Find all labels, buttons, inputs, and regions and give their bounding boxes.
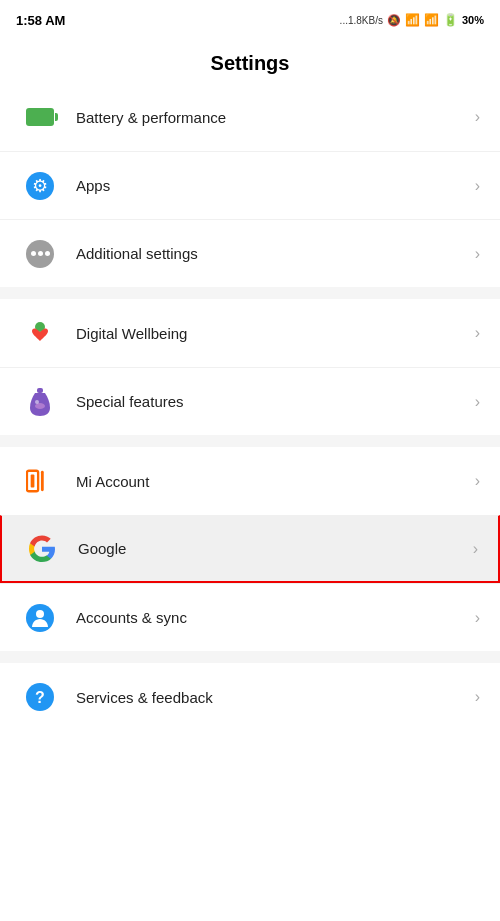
chevron-icon-apps: › [475, 177, 480, 195]
mute-icon: 🔕 [387, 14, 401, 27]
chevron-icon-wellbeing: › [475, 324, 480, 342]
accounts-sync-label: Accounts & sync [76, 609, 475, 626]
divider-1 [0, 287, 500, 299]
svg-point-8 [36, 610, 44, 618]
status-bar: 1:58 AM ...1.8KB/s 🔕 📶 📶 🔋 30% [0, 0, 500, 36]
svg-point-3 [35, 400, 39, 404]
battery-level: 🔋 [443, 13, 458, 27]
battery-percent: 30% [462, 14, 484, 26]
status-time: 1:58 AM [16, 13, 65, 28]
settings-list: Battery & performance › Apps › Additiona… [0, 83, 500, 731]
wifi-icon: 📶 [424, 13, 439, 27]
chevron-icon-mi: › [475, 472, 480, 490]
chevron-icon-additional: › [475, 245, 480, 263]
battery-label: Battery & performance [76, 109, 475, 126]
google-icon [22, 529, 62, 569]
additional-settings-icon [20, 234, 60, 274]
sidebar-item-accounts-sync[interactable]: Accounts & sync › [0, 583, 500, 651]
chevron-icon-battery: › [475, 108, 480, 126]
svg-rect-1 [37, 388, 43, 393]
special-features-label: Special features [76, 393, 475, 410]
chevron-icon-google: › [473, 540, 478, 558]
special-features-icon [20, 382, 60, 422]
apps-label: Apps [76, 177, 475, 194]
chevron-icon-services: › [475, 688, 480, 706]
services-feedback-icon: ? [20, 677, 60, 717]
settings-group-1: Battery & performance › Apps › Additiona… [0, 83, 500, 287]
sidebar-item-mi-account[interactable]: Mi Account › [0, 447, 500, 515]
digital-wellbeing-icon [20, 313, 60, 353]
sidebar-item-apps[interactable]: Apps › [0, 151, 500, 219]
svg-text:?: ? [35, 689, 45, 706]
mi-account-icon [20, 461, 60, 501]
page-title: Settings [0, 36, 500, 83]
sidebar-item-services-feedback[interactable]: ? Services & feedback › [0, 663, 500, 731]
apps-icon [20, 166, 60, 206]
sidebar-item-additional-settings[interactable]: Additional settings › [0, 219, 500, 287]
sidebar-item-digital-wellbeing[interactable]: Digital Wellbeing › [0, 299, 500, 367]
divider-2 [0, 435, 500, 447]
settings-group-2: Digital Wellbeing › Special features › [0, 299, 500, 435]
settings-group-4: ? Services & feedback › [0, 663, 500, 731]
sidebar-item-battery[interactable]: Battery & performance › [0, 83, 500, 151]
services-feedback-label: Services & feedback [76, 689, 475, 706]
svg-rect-6 [41, 471, 44, 492]
settings-group-3: Mi Account › Google › [0, 447, 500, 651]
accounts-sync-icon [20, 598, 60, 638]
digital-wellbeing-label: Digital Wellbeing [76, 325, 475, 342]
chevron-icon-special: › [475, 393, 480, 411]
network-speed: ...1.8KB/s [340, 15, 383, 26]
chevron-icon-accounts: › [475, 609, 480, 627]
battery-icon [20, 97, 60, 137]
sidebar-item-special-features[interactable]: Special features › [0, 367, 500, 435]
divider-3 [0, 651, 500, 663]
svg-rect-5 [31, 474, 35, 487]
signal-icon: 📶 [405, 13, 420, 27]
mi-account-label: Mi Account [76, 473, 475, 490]
status-icons: ...1.8KB/s 🔕 📶 📶 🔋 30% [340, 13, 484, 27]
google-label: Google [78, 540, 473, 557]
sidebar-item-google[interactable]: Google › [0, 515, 500, 583]
additional-settings-label: Additional settings [76, 245, 475, 262]
